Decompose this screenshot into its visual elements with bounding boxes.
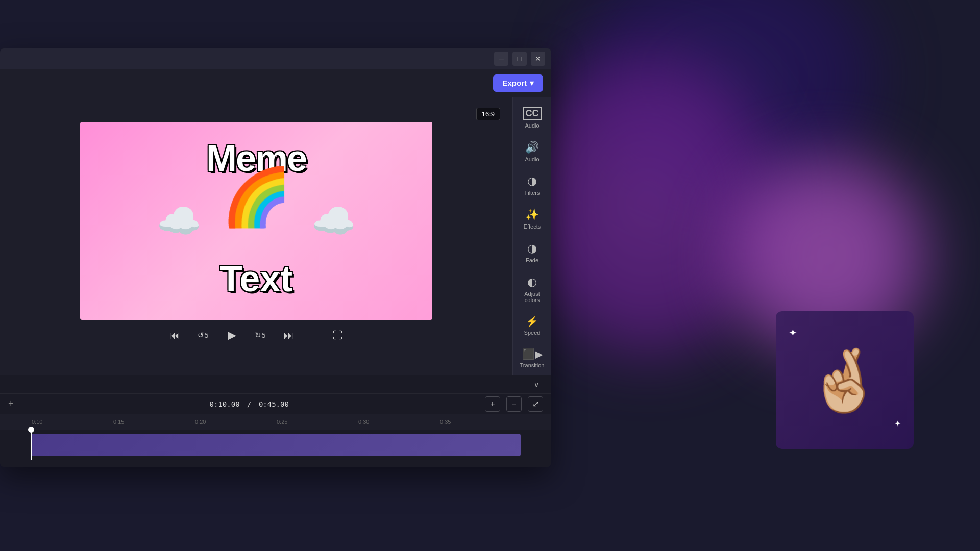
filters-icon: ◑ — [527, 174, 537, 188]
fit-button[interactable]: ⤢ — [528, 396, 543, 412]
speed-icon: ⚡ — [526, 315, 538, 328]
timeline-toolbar: + 0:10.00 / 0:45.00 + − ⤢ — [0, 394, 551, 414]
character-emoji: 🤞🏼 — [806, 349, 883, 411]
skip-back-button[interactable]: ⏮ — [165, 326, 184, 344]
sidebar-label-audio-vol: Audio — [525, 156, 539, 162]
timeline-ruler: 0:10 0:15 0:20 0:25 0:30 0:35 — [0, 414, 551, 430]
main-content: 16:9 Meme 🌈 ☁️ ☁️ Text ⏮ ↺5 ▶ ↻5 ⏭ ⛶ — [0, 97, 551, 375]
preview-emoji: 🌈 — [222, 169, 291, 225]
preview-title-text: Text — [220, 258, 293, 299]
sidebar-label-effects: Effects — [524, 223, 541, 230]
current-time: 0:10.00 — [210, 400, 240, 408]
zoom-in-button[interactable]: + — [485, 396, 500, 412]
sidebar-item-fade[interactable]: ◑ Fade — [515, 237, 550, 268]
ruler-mark-4: 0:30 — [357, 419, 439, 425]
timeline-area: ∨ + 0:10.00 / 0:45.00 + − ⤢ 0:10 0:15 0:… — [0, 375, 551, 467]
preview-cloud-right: ☁️ — [311, 200, 356, 242]
timeline-tracks — [0, 430, 551, 460]
speaker-icon: 🔊 — [525, 141, 539, 154]
bg-blob-2 — [521, 51, 776, 357]
transition-icon: ⬛▶ — [522, 348, 543, 360]
title-bar-controls: ─ □ ✕ — [494, 52, 545, 66]
ruler-mark-2: 0:20 — [194, 419, 276, 425]
fullscreen-button[interactable]: ⛶ — [329, 326, 347, 344]
sidebar-item-speed[interactable]: ⚡ Speed — [515, 310, 550, 341]
close-button[interactable]: ✕ — [531, 52, 545, 66]
sidebar-item-transition[interactable]: ⬛▶ Transition — [515, 343, 550, 373]
sidebar-label-fade: Fade — [526, 257, 538, 263]
ruler-marks: 0:10 0:15 0:20 0:25 0:30 0:35 — [31, 419, 521, 425]
sidebar-item-adjust-colors[interactable]: ◐ Adjust colors — [515, 270, 550, 308]
sidebar-item-audio-cc[interactable]: CC Audio — [515, 102, 550, 134]
time-separator: / — [247, 400, 251, 408]
ruler-mark-3: 0:25 — [276, 419, 357, 425]
play-button[interactable]: ▶ — [223, 326, 241, 344]
sidebar-item-effects[interactable]: ✨ Effects — [515, 203, 550, 235]
forward-button[interactable]: ↻5 — [251, 326, 270, 344]
export-button[interactable]: Export ▾ — [493, 74, 543, 92]
track-clip-main[interactable] — [31, 434, 521, 456]
fade-icon: ◑ — [527, 242, 537, 255]
sidebar-item-filters[interactable]: ◑ Filters — [515, 169, 550, 201]
title-bar: ─ □ ✕ — [0, 48, 551, 69]
timeline-track-add-icon[interactable]: + — [8, 398, 14, 409]
total-time: 0:45.00 — [259, 400, 289, 408]
export-chevron-icon: ▾ — [530, 79, 534, 88]
sidebar-label-adjust-colors: Adjust colors — [519, 291, 546, 303]
sparkle-icon-1: ✦ — [789, 327, 797, 339]
sidebar-label-transition: Transition — [520, 362, 545, 368]
timeline-content: 0:10 0:15 0:20 0:25 0:30 0:35 — [0, 414, 551, 467]
time-display: 0:10.00 / 0:45.00 — [20, 400, 479, 408]
skip-forward-button[interactable]: ⏭ — [280, 326, 298, 344]
sidebar-item-audio-vol[interactable]: 🔊 Audio — [515, 136, 550, 167]
rewind-button[interactable]: ↺5 — [194, 326, 212, 344]
ruler-mark-1: 0:15 — [112, 419, 194, 425]
sidebar-label-audio-cc: Audio — [525, 122, 539, 129]
maximize-button[interactable]: □ — [512, 52, 527, 66]
zoom-out-button[interactable]: − — [506, 396, 522, 412]
sparkle-icon-2: ✦ — [894, 419, 901, 429]
playback-controls: ⏮ ↺5 ▶ ↻5 ⏭ ⛶ — [8, 320, 504, 350]
adjust-colors-icon: ◐ — [527, 276, 537, 289]
preview-cloud-left: ☁️ — [157, 200, 201, 242]
minimize-button[interactable]: ─ — [494, 52, 508, 66]
playhead[interactable] — [31, 430, 32, 460]
video-preview: Meme 🌈 ☁️ ☁️ Text — [80, 122, 432, 320]
timeline-collapse-button[interactable]: ∨ — [530, 379, 543, 391]
aspect-ratio-badge[interactable]: 16:9 — [476, 108, 500, 120]
effects-icon: ✨ — [525, 208, 539, 221]
bg-blob-1 — [572, 0, 878, 204]
ruler-mark-0: 0:10 — [31, 419, 112, 425]
playhead-handle — [28, 427, 34, 433]
cc-icon: CC — [523, 107, 542, 120]
toolbar: Export ▾ — [0, 69, 551, 97]
preview-area: 16:9 Meme 🌈 ☁️ ☁️ Text ⏮ ↺5 ▶ ↻5 ⏭ ⛶ — [0, 97, 512, 375]
right-sidebar: CC Audio 🔊 Audio ◑ Filters ✨ Effects ◑ — [512, 97, 551, 375]
ruler-mark-5: 0:35 — [439, 419, 521, 425]
sidebar-label-filters: Filters — [525, 190, 540, 196]
character-preview-card: ✦ 🤞🏼 ✦ — [776, 311, 914, 449]
sidebar-label-speed: Speed — [524, 330, 541, 336]
app-window: ─ □ ✕ Export ▾ 16:9 Meme 🌈 ☁️ ☁️ Text — [0, 48, 551, 467]
export-label: Export — [502, 79, 527, 87]
